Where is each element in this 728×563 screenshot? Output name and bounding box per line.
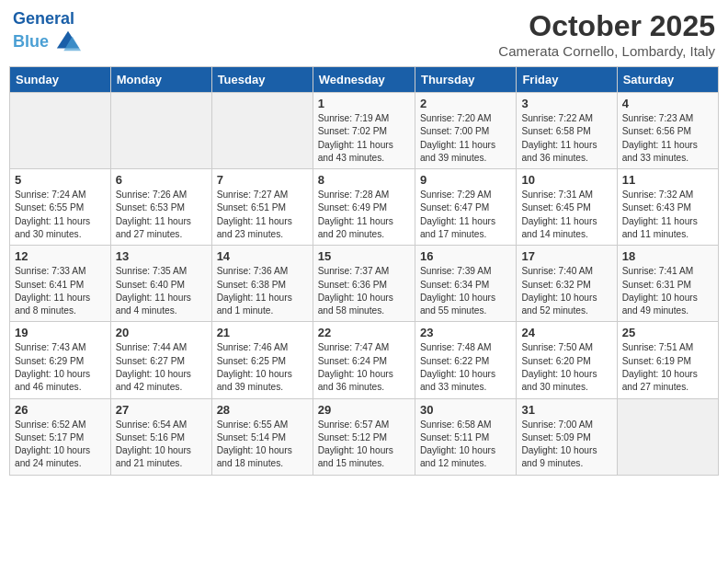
day-number: 7	[217, 173, 308, 187]
cell-content: Sunrise: 7:48 AM Sunset: 6:22 PM Dayligh…	[420, 341, 511, 394]
calendar-cell: 26Sunrise: 6:52 AM Sunset: 5:17 PM Dayli…	[10, 398, 111, 475]
day-number: 12	[15, 249, 106, 263]
cell-content: Sunrise: 6:54 AM Sunset: 5:16 PM Dayligh…	[116, 419, 207, 471]
weekday-header-thursday: Thursday	[415, 67, 516, 93]
calendar-cell: 11Sunrise: 7:32 AM Sunset: 6:43 PM Dayli…	[617, 169, 718, 246]
day-number: 31	[521, 403, 611, 417]
calendar-cell: 21Sunrise: 7:46 AM Sunset: 6:25 PM Dayli…	[211, 322, 313, 398]
weekday-header-saturday: Saturday	[617, 67, 718, 93]
day-number: 25	[622, 326, 713, 339]
cell-content: Sunrise: 7:20 AM Sunset: 7:00 PM Dayligh…	[420, 112, 511, 165]
cell-content: Sunrise: 7:27 AM Sunset: 6:51 PM Dayligh…	[217, 189, 308, 241]
cell-content: Sunrise: 7:51 AM Sunset: 6:19 PM Dayligh…	[622, 341, 713, 394]
day-number: 10	[521, 173, 611, 187]
month-title: October 2025	[498, 9, 715, 43]
day-number: 26	[15, 403, 106, 417]
calendar-cell: 19Sunrise: 7:43 AM Sunset: 6:29 PM Dayli…	[10, 322, 111, 398]
cell-content: Sunrise: 7:50 AM Sunset: 6:20 PM Dayligh…	[521, 341, 611, 394]
weekday-header-tuesday: Tuesday	[211, 67, 313, 93]
calendar-cell: 4Sunrise: 7:23 AM Sunset: 6:56 PM Daylig…	[617, 93, 718, 169]
day-number: 28	[217, 403, 308, 417]
cell-content: Sunrise: 7:39 AM Sunset: 6:34 PM Dayligh…	[420, 265, 511, 317]
title-block: October 2025 Camerata Cornello, Lombardy…	[498, 9, 715, 59]
cell-content: Sunrise: 7:41 AM Sunset: 6:31 PM Dayligh…	[622, 265, 713, 317]
cell-content: Sunrise: 7:23 AM Sunset: 6:56 PM Dayligh…	[622, 112, 713, 165]
week-row-3: 12Sunrise: 7:33 AM Sunset: 6:41 PM Dayli…	[10, 246, 719, 322]
calendar-cell: 16Sunrise: 7:39 AM Sunset: 6:34 PM Dayli…	[415, 246, 516, 322]
week-row-5: 26Sunrise: 6:52 AM Sunset: 5:17 PM Dayli…	[10, 398, 719, 475]
calendar-cell: 31Sunrise: 7:00 AM Sunset: 5:09 PM Dayli…	[517, 398, 617, 475]
cell-content: Sunrise: 7:46 AM Sunset: 6:25 PM Dayligh…	[217, 341, 308, 394]
week-row-2: 5Sunrise: 7:24 AM Sunset: 6:55 PM Daylig…	[10, 169, 719, 246]
cell-content: Sunrise: 6:55 AM Sunset: 5:14 PM Dayligh…	[217, 419, 308, 471]
cell-content: Sunrise: 6:57 AM Sunset: 5:12 PM Dayligh…	[318, 419, 410, 471]
calendar-cell: 6Sunrise: 7:26 AM Sunset: 6:53 PM Daylig…	[110, 169, 211, 246]
day-number: 19	[15, 326, 106, 339]
calendar-cell: 2Sunrise: 7:20 AM Sunset: 7:00 PM Daylig…	[415, 93, 516, 169]
logo: General Blue	[13, 9, 81, 55]
day-number: 23	[420, 326, 511, 339]
calendar-cell	[211, 93, 313, 169]
day-number: 11	[622, 173, 713, 187]
page-header: General Blue October 2025 Camerata Corne…	[9, 9, 719, 59]
day-number: 2	[420, 97, 511, 110]
calendar-cell: 10Sunrise: 7:31 AM Sunset: 6:45 PM Dayli…	[517, 169, 617, 246]
cell-content: Sunrise: 7:43 AM Sunset: 6:29 PM Dayligh…	[15, 341, 106, 394]
calendar-cell: 12Sunrise: 7:33 AM Sunset: 6:41 PM Dayli…	[10, 246, 111, 322]
day-number: 22	[318, 326, 410, 339]
calendar-cell: 25Sunrise: 7:51 AM Sunset: 6:19 PM Dayli…	[617, 322, 718, 398]
cell-content: Sunrise: 7:26 AM Sunset: 6:53 PM Dayligh…	[116, 189, 207, 241]
calendar-cell: 18Sunrise: 7:41 AM Sunset: 6:31 PM Dayli…	[617, 246, 718, 322]
calendar-cell: 20Sunrise: 7:44 AM Sunset: 6:27 PM Dayli…	[110, 322, 211, 398]
day-number: 13	[116, 249, 207, 263]
calendar-table: SundayMondayTuesdayWednesdayThursdayFrid…	[9, 66, 719, 476]
cell-content: Sunrise: 7:00 AM Sunset: 5:09 PM Dayligh…	[521, 419, 611, 471]
weekday-header-sunday: Sunday	[10, 67, 111, 93]
cell-content: Sunrise: 7:35 AM Sunset: 6:40 PM Dayligh…	[116, 265, 207, 317]
calendar-cell	[110, 93, 211, 169]
logo-text: General	[13, 9, 81, 29]
day-number: 6	[116, 173, 207, 187]
calendar-cell: 7Sunrise: 7:27 AM Sunset: 6:51 PM Daylig…	[211, 169, 313, 246]
day-number: 18	[622, 249, 713, 263]
calendar-cell: 8Sunrise: 7:28 AM Sunset: 6:49 PM Daylig…	[313, 169, 415, 246]
logo-icon	[55, 29, 81, 55]
cell-content: Sunrise: 7:47 AM Sunset: 6:24 PM Dayligh…	[318, 341, 410, 394]
calendar-cell	[10, 93, 111, 169]
cell-content: Sunrise: 6:58 AM Sunset: 5:11 PM Dayligh…	[420, 419, 511, 471]
weekday-header-friday: Friday	[517, 67, 617, 93]
cell-content: Sunrise: 7:24 AM Sunset: 6:55 PM Dayligh…	[15, 189, 106, 241]
week-row-4: 19Sunrise: 7:43 AM Sunset: 6:29 PM Dayli…	[10, 322, 719, 398]
cell-content: Sunrise: 7:44 AM Sunset: 6:27 PM Dayligh…	[116, 341, 207, 394]
cell-content: Sunrise: 7:29 AM Sunset: 6:47 PM Dayligh…	[420, 189, 511, 241]
cell-content: Sunrise: 7:37 AM Sunset: 6:36 PM Dayligh…	[318, 265, 410, 317]
day-number: 14	[217, 249, 308, 263]
calendar-cell: 13Sunrise: 7:35 AM Sunset: 6:40 PM Dayli…	[110, 246, 211, 322]
day-number: 29	[318, 403, 410, 417]
day-number: 9	[420, 173, 511, 187]
calendar-cell: 14Sunrise: 7:36 AM Sunset: 6:38 PM Dayli…	[211, 246, 313, 322]
cell-content: Sunrise: 7:40 AM Sunset: 6:32 PM Dayligh…	[521, 265, 611, 317]
cell-content: Sunrise: 7:32 AM Sunset: 6:43 PM Dayligh…	[622, 189, 713, 241]
day-number: 5	[15, 173, 106, 187]
calendar-cell: 5Sunrise: 7:24 AM Sunset: 6:55 PM Daylig…	[10, 169, 111, 246]
calendar-cell: 29Sunrise: 6:57 AM Sunset: 5:12 PM Dayli…	[313, 398, 415, 475]
day-number: 17	[521, 249, 611, 263]
calendar-cell: 30Sunrise: 6:58 AM Sunset: 5:11 PM Dayli…	[415, 398, 516, 475]
cell-content: Sunrise: 7:31 AM Sunset: 6:45 PM Dayligh…	[521, 189, 611, 241]
day-number: 4	[622, 97, 713, 110]
day-number: 27	[116, 403, 207, 417]
cell-content: Sunrise: 7:28 AM Sunset: 6:49 PM Dayligh…	[318, 189, 410, 241]
day-number: 8	[318, 173, 410, 187]
calendar-cell: 15Sunrise: 7:37 AM Sunset: 6:36 PM Dayli…	[313, 246, 415, 322]
cell-content: Sunrise: 7:22 AM Sunset: 6:58 PM Dayligh…	[521, 112, 611, 165]
calendar-cell: 9Sunrise: 7:29 AM Sunset: 6:47 PM Daylig…	[415, 169, 516, 246]
calendar-cell: 17Sunrise: 7:40 AM Sunset: 6:32 PM Dayli…	[517, 246, 617, 322]
day-number: 21	[217, 326, 308, 339]
calendar-cell	[617, 398, 718, 475]
location-title: Camerata Cornello, Lombardy, Italy	[498, 43, 715, 59]
day-number: 3	[521, 97, 611, 110]
day-number: 20	[116, 326, 207, 339]
day-number: 16	[420, 249, 511, 263]
logo-text2: Blue	[13, 29, 81, 55]
